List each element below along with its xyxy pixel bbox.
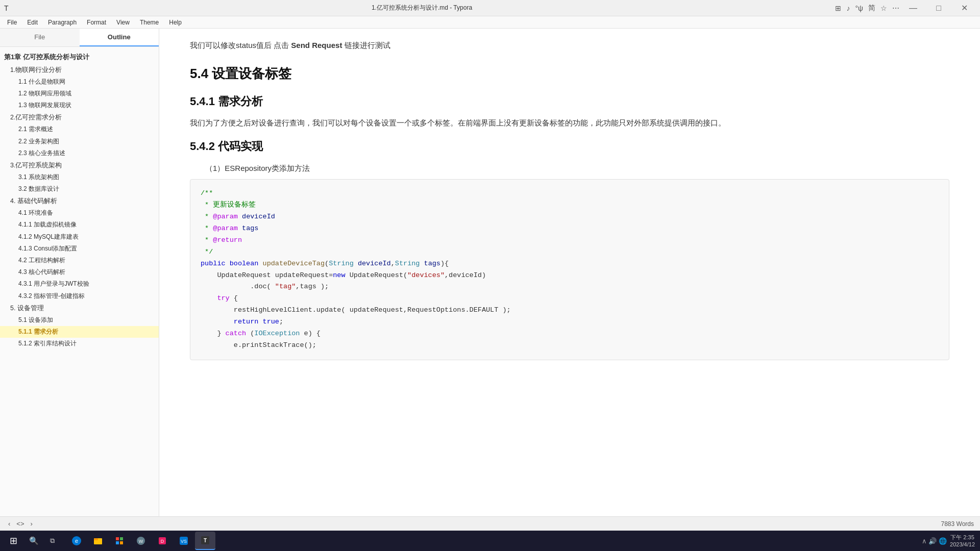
- outline-item-1-1[interactable]: 1.1 什么是物联网: [0, 76, 159, 88]
- menu-theme[interactable]: Theme: [135, 18, 164, 27]
- sys-icon-5: ☆: [880, 4, 887, 12]
- maximize-button[interactable]: □: [927, 0, 950, 16]
- tray-time-text: 下午 2:35: [950, 534, 975, 541]
- outline-item-4-3[interactable]: 4.3 核心代码解析: [0, 266, 159, 278]
- outline-item-4-1-2[interactable]: 4.1.2 MySQL建库建表: [0, 231, 159, 243]
- outline-item-1-3[interactable]: 1.3 物联网发展现状: [0, 99, 159, 111]
- code-param-deviceid: deviceId: [358, 260, 391, 267]
- menu-view[interactable]: View: [111, 18, 135, 27]
- outline-item-2-2[interactable]: 2.2 业务架构图: [0, 136, 159, 147]
- svg-text:W: W: [139, 539, 143, 544]
- menu-file[interactable]: File: [2, 18, 22, 27]
- tab-outline[interactable]: Outline: [80, 29, 159, 46]
- code-return: return: [234, 318, 259, 325]
- nav-code-button[interactable]: <>: [14, 520, 26, 528]
- status-bar: ‹ <> › 7883 Words: [0, 516, 980, 531]
- taskbar-apps: e W D VS T: [66, 532, 920, 550]
- top-text-after: 链接进行测试: [342, 41, 390, 49]
- code-printstacktrace: e.printStackTrace();: [234, 341, 316, 349]
- code-comment-line1: * 更新设备标签: [201, 201, 256, 209]
- outline-item-2-1[interactable]: 2.1 需求概述: [0, 123, 159, 135]
- tray-clock[interactable]: 下午 2:35 2023/4/12: [950, 534, 975, 548]
- outline-item-2[interactable]: 2.亿可控需求分析: [0, 111, 159, 123]
- outline-item-5-1[interactable]: 5.1 设备添加: [0, 314, 159, 326]
- outline-item-4-3-2[interactable]: 4.3.2 指标管理-创建指标: [0, 290, 159, 302]
- menu-edit[interactable]: Edit: [22, 18, 43, 27]
- title-bar-left: T: [4, 4, 9, 12]
- code-comment-param2: * @param tags: [201, 224, 258, 232]
- svg-text:VS: VS: [181, 539, 187, 544]
- code-update-call: restHighLevelClient.update( updateReques…: [234, 306, 511, 314]
- outline-item-ch1[interactable]: 第1章 亿可控系统分析与设计: [0, 51, 159, 64]
- svg-rect-6: [116, 541, 119, 544]
- nav-prev-button[interactable]: ‹: [6, 520, 12, 528]
- taskbar-search-button[interactable]: 🔍: [26, 533, 42, 549]
- svg-text:e: e: [75, 538, 78, 544]
- outline-item-4-3-1[interactable]: 4.3.1 用户登录与JWT校验: [0, 278, 159, 290]
- taskbar-edge[interactable]: e: [66, 532, 87, 550]
- tray-icons: ∧ 🔊 🌐: [922, 537, 947, 545]
- taskbar-tray: ∧ 🔊 🌐 下午 2:35 2023/4/12: [922, 534, 977, 548]
- outline-item-3-2[interactable]: 3.2 数据库设计: [0, 183, 159, 195]
- svg-rect-4: [116, 537, 119, 540]
- taskbar-app1[interactable]: W: [131, 532, 151, 550]
- outline-item-3[interactable]: 3.亿可控系统架构: [0, 159, 159, 171]
- status-left: ‹ <> ›: [6, 520, 35, 528]
- taskbar-explorer[interactable]: [88, 532, 108, 550]
- code-type-string2: String: [395, 260, 420, 267]
- outline-item-4[interactable]: 4. 基础代码解析: [0, 195, 159, 207]
- outline-item-5-1-2[interactable]: 5.1.2 索引库结构设计: [0, 338, 159, 349]
- code-try: try: [217, 294, 229, 302]
- svg-rect-7: [120, 541, 123, 544]
- outline-item-2-3[interactable]: 2.3 核心业务描述: [0, 147, 159, 159]
- heading-5-4: 5.4 设置设备标签: [190, 62, 949, 85]
- sys-icon-4: 简: [868, 4, 875, 13]
- heading-5-4-1: 5.4.1 需求分析: [190, 92, 949, 111]
- code-update-request: UpdateRequest updateRequest=new UpdateRe…: [217, 271, 486, 279]
- minimize-button[interactable]: —: [901, 0, 925, 16]
- taskbar-typora[interactable]: T: [195, 532, 215, 550]
- outline-item-5-1-1[interactable]: 5.1.1 需求分析: [0, 326, 159, 338]
- app-icon: T: [4, 4, 9, 12]
- para-1: 我们为了方便之后对设备进行查询，我们可以对每个设备设置一个或多个标签。在前端界面…: [190, 116, 949, 130]
- sys-icon-1: ⊞: [835, 4, 841, 12]
- outline-item-5[interactable]: 5. 设备管理: [0, 302, 159, 314]
- outline-item-4-1[interactable]: 4.1 环境准备: [0, 207, 159, 219]
- outline-item-1-2[interactable]: 1.2 物联网应用领域: [0, 88, 159, 99]
- editor-area[interactable]: 我们可以修改status值后 点击 Send Request 链接进行测试 5.…: [159, 29, 980, 516]
- sidebar-tabs: File Outline: [0, 29, 159, 47]
- menu-help[interactable]: Help: [164, 18, 187, 27]
- outline-item-1[interactable]: 1.物联网行业分析: [0, 64, 159, 76]
- close-button[interactable]: ✕: [952, 0, 976, 16]
- svg-text:T: T: [204, 538, 207, 543]
- taskbar-vscode[interactable]: VS: [174, 532, 194, 550]
- menu-bar: File Edit Paragraph Format View Theme He…: [0, 16, 980, 29]
- start-button[interactable]: ⊞: [3, 533, 23, 549]
- top-text-before: 我们可以修改status值后 点击: [190, 41, 291, 49]
- code-type-string1: String: [329, 260, 354, 267]
- outline-tree: 第1章 亿可控系统分析与设计 1.物联网行业分析 1.1 什么是物联网 1.2 …: [0, 47, 159, 516]
- taskbar-store[interactable]: [109, 532, 130, 550]
- code-doc-call: .doc( "tag",tags );: [250, 283, 329, 290]
- tray-date-text: 2023/4/12: [950, 541, 975, 548]
- code-catch: catch: [226, 330, 247, 337]
- menu-format[interactable]: Format: [82, 18, 111, 27]
- tab-file[interactable]: File: [0, 29, 80, 46]
- outline-item-4-1-1[interactable]: 4.1.1 加载虚拟机镜像: [0, 219, 159, 231]
- nav-next-button[interactable]: ›: [29, 520, 35, 528]
- outline-item-3-1[interactable]: 3.1 系统架构图: [0, 171, 159, 183]
- heading-5-4-2: 5.4.2 代码实现: [190, 137, 949, 156]
- code-label-1: （1）ESRepository类添加方法: [190, 162, 949, 175]
- code-comment-return: * @return: [201, 236, 242, 244]
- svg-rect-3: [94, 538, 98, 540]
- task-view-button[interactable]: ⧉: [44, 533, 60, 549]
- outline-item-4-1-3[interactable]: 4.1.3 Consul添加配置: [0, 243, 159, 255]
- taskbar-app2[interactable]: D: [152, 532, 173, 550]
- menu-paragraph[interactable]: Paragraph: [43, 18, 82, 27]
- code-block-1[interactable]: /** * 更新设备标签 * @param deviceId * @param …: [190, 179, 949, 360]
- outline-item-4-2[interactable]: 4.2 工程结构解析: [0, 255, 159, 266]
- code-comment-end: */: [201, 248, 213, 256]
- system-tray-icons: ⊞ ♪ °ψ 简 ☆ ⋯: [835, 4, 899, 13]
- title-bar-title: 1.亿可控系统分析与设计.md - Typora: [9, 4, 836, 12]
- status-nav: ‹ <> ›: [6, 520, 35, 528]
